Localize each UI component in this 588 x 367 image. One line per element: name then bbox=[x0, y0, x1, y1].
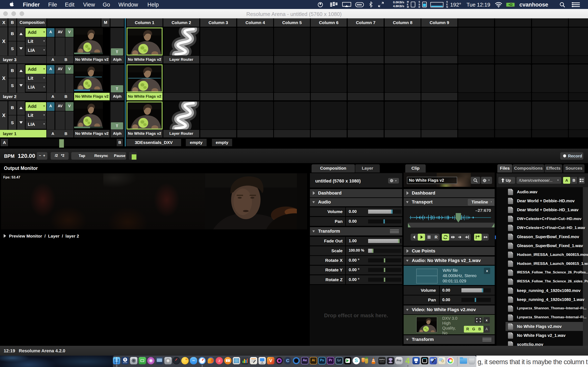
svg-text:R: R bbox=[435, 235, 438, 239]
